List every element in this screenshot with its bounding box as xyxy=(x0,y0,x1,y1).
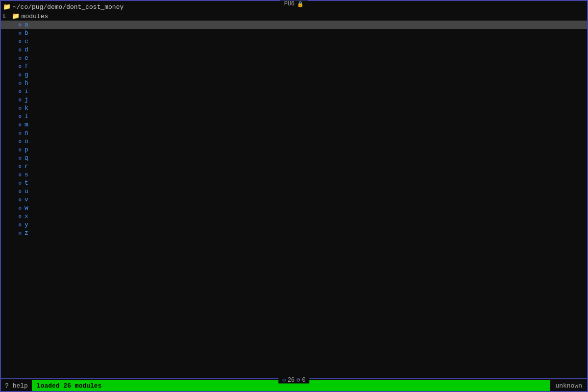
module-cluster-icon: ⚙ xyxy=(19,64,22,70)
module-cluster-icon: ⚙ xyxy=(19,105,22,111)
module-cluster-icon: ⚙ xyxy=(19,39,22,45)
help-text: help xyxy=(13,382,28,390)
tree-item-label: n xyxy=(24,129,28,137)
tree-item-label: p xyxy=(24,146,28,153)
tree-item-label: l xyxy=(24,113,28,120)
module-cluster-icon: ⚙ xyxy=(19,130,22,136)
module-cluster-icon: ⚙ xyxy=(19,55,22,61)
unknown-label: unknown xyxy=(550,380,587,391)
app-window: PU6 🔒 📁 ~/co/pug/demo/dont_cost_money L … xyxy=(0,0,588,392)
tree-item[interactable]: ⚙o xyxy=(1,137,587,146)
tree-item-label: z xyxy=(24,229,28,237)
tree-item-label: r xyxy=(24,163,28,170)
folder-icon: 📁 xyxy=(3,3,11,11)
tree-item-label: e xyxy=(24,54,28,62)
modules-folder-icon: 📁 xyxy=(12,12,20,20)
tree-item-label: o xyxy=(24,138,28,145)
module-cluster-icon: ⚙ xyxy=(19,22,22,28)
tree-item-label: b xyxy=(24,29,28,37)
modules-row: L 📁 modules xyxy=(1,12,587,21)
tree-item[interactable]: ⚙h xyxy=(1,79,587,87)
zero-label: 0 xyxy=(302,376,306,383)
tree-item[interactable]: ⚙l xyxy=(1,112,587,121)
bottom-status-center: ⚙ 26 ⚙ 0 xyxy=(278,376,309,384)
cluster-icon: ⚙ xyxy=(282,377,286,383)
tree-item-label: g xyxy=(24,71,28,78)
tree-item[interactable]: ⚙f xyxy=(1,62,587,71)
tree-item-label: c xyxy=(24,38,28,45)
tree-item-label: d xyxy=(24,46,28,53)
tree-item[interactable]: ⚙m xyxy=(1,121,587,129)
tree-prefix: L xyxy=(3,13,11,20)
status-left: ? help loaded 26 modules xyxy=(1,380,105,391)
tree-item-label: t xyxy=(24,179,28,187)
tree-item[interactable]: ⚙e xyxy=(1,54,587,62)
module-cluster-icon: ⚙ xyxy=(19,122,22,128)
tree-item-label: j xyxy=(24,96,28,103)
tree-item[interactable]: ⚙z xyxy=(1,229,587,237)
module-cluster-icon: ⚙ xyxy=(19,72,22,78)
module-cluster-icon: ⚙ xyxy=(19,89,22,95)
status-message: loaded 26 modules xyxy=(33,382,106,390)
tree-item-label: y xyxy=(24,221,28,228)
tree-item[interactable]: ⚙b xyxy=(1,29,587,37)
tree-item[interactable]: ⚙v xyxy=(1,196,587,204)
module-cluster-icon: ⚙ xyxy=(19,97,22,103)
tree-list: ⚙a⚙b⚙c⚙d⚙e⚙f⚙g⚙h⚙i⚙j⚙k⚙l⚙m⚙n⚙o⚙p⚙q⚙r⚙s⚙t… xyxy=(1,21,587,378)
help-question: ? xyxy=(5,382,9,390)
module-cluster-icon: ⚙ xyxy=(19,214,22,220)
module-cluster-icon: ⚙ xyxy=(19,114,22,120)
module-cluster-icon: ⚙ xyxy=(19,172,22,178)
module-cluster-icon: ⚙ xyxy=(19,30,22,36)
module-cluster-icon: ⚙ xyxy=(19,80,22,86)
title-label: PU6 xyxy=(284,0,295,7)
tree-item[interactable]: ⚙s xyxy=(1,171,587,179)
tree-item-label: s xyxy=(24,171,28,178)
tree-item[interactable]: ⚙a xyxy=(1,21,587,29)
module-cluster-icon: ⚙ xyxy=(19,139,22,145)
tree-item-label: w xyxy=(24,204,28,212)
module-cluster-icon: ⚙ xyxy=(19,197,22,203)
tree-item[interactable]: ⚙t xyxy=(1,179,587,187)
module-cluster-icon: ⚙ xyxy=(19,147,22,153)
tree-item-label: f xyxy=(24,63,28,70)
tree-item-label: k xyxy=(24,104,28,112)
tree-item[interactable]: ⚙x xyxy=(1,212,587,220)
tree-item-label: h xyxy=(24,79,28,87)
tree-item[interactable]: ⚙w xyxy=(1,204,587,212)
tree-item-label: v xyxy=(24,196,28,203)
tree-item[interactable]: ⚙p xyxy=(1,146,587,154)
tree-item[interactable]: ⚙r xyxy=(1,162,587,171)
title-bar: PU6 🔒 xyxy=(280,0,308,7)
tree-item[interactable]: ⚙j xyxy=(1,96,587,104)
main-content: 📁 ~/co/pug/demo/dont_cost_money L 📁 modu… xyxy=(1,1,587,378)
module-cluster-icon: ⚙ xyxy=(19,180,22,186)
gear-icon: ⚙ xyxy=(296,376,300,384)
module-cluster-icon: ⚙ xyxy=(19,155,22,161)
module-cluster-icon: ⚙ xyxy=(19,189,22,195)
tree-item[interactable]: ⚙k xyxy=(1,104,587,112)
path-text: ~/co/pug/demo/dont_cost_money xyxy=(13,3,123,11)
tree-item[interactable]: ⚙g xyxy=(1,71,587,79)
help-button[interactable]: ? help xyxy=(1,380,32,391)
module-cluster-icon: ⚙ xyxy=(19,47,22,53)
tree-item[interactable]: ⚙c xyxy=(1,37,587,46)
tree-item[interactable]: ⚙d xyxy=(1,46,587,54)
module-cluster-icon: ⚙ xyxy=(19,205,22,211)
tree-item[interactable]: ⚙y xyxy=(1,220,587,229)
module-cluster-icon: ⚙ xyxy=(19,222,22,228)
tree-item-label: q xyxy=(24,154,28,162)
tree-item[interactable]: ⚙q xyxy=(1,154,587,162)
tree-item[interactable]: ⚙u xyxy=(1,187,587,196)
tree-item-label: x xyxy=(24,213,28,220)
bottom-border: ⚙ 26 ⚙ 0 xyxy=(1,378,587,380)
tree-item[interactable]: ⚙i xyxy=(1,87,587,96)
tree-item-label: m xyxy=(24,121,28,128)
module-cluster-icon: ⚙ xyxy=(19,164,22,170)
tree-item-label: i xyxy=(24,88,28,95)
tree-item-label: a xyxy=(24,21,28,28)
tree-item[interactable]: ⚙n xyxy=(1,129,587,137)
status-right: unknown xyxy=(550,380,587,391)
modules-label: modules xyxy=(22,13,49,20)
module-count: 26 xyxy=(288,376,294,383)
